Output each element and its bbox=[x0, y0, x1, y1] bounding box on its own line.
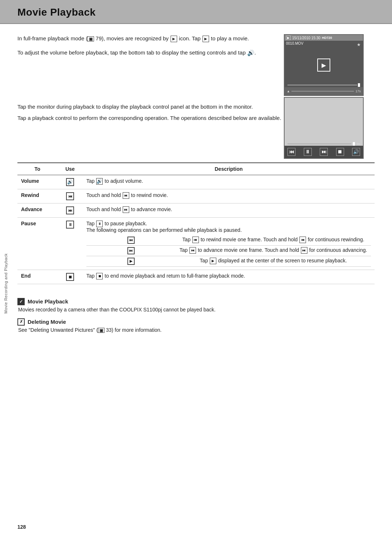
cell-to-volume: Volume bbox=[17, 175, 57, 189]
note-text-deleting-movie: See "Deleting Unwanted Pictures" (▣ 33) … bbox=[17, 327, 375, 333]
volume-use-icon: 🔊 bbox=[66, 178, 74, 186]
star-icon: ★ bbox=[357, 42, 361, 47]
playback-progress-row: 9s bbox=[287, 142, 360, 146]
pause-sub-row-play: ▶ Tap ▶ displayed at the center of the s… bbox=[86, 256, 371, 266]
cell-to-advance: Advance bbox=[17, 203, 57, 217]
pause-ctrl-icon[interactable]: ⏸ bbox=[304, 148, 312, 156]
col-header-description: Description bbox=[83, 163, 375, 175]
pb-progress-line bbox=[287, 144, 351, 144]
rew-ic2: ⏮ bbox=[299, 237, 306, 243]
pause-use-icon: ⏸ bbox=[66, 221, 74, 229]
page-number: 128 bbox=[17, 524, 26, 530]
adv-ic1: ⏭ bbox=[189, 247, 196, 254]
adv-ic2: ⏭ bbox=[301, 247, 307, 254]
stop-use-icon: ⏹ bbox=[66, 273, 74, 281]
intro-para1: In full-frame playback mode (▣ 79), movi… bbox=[17, 34, 273, 43]
table-row-end: End ⏹ Tap ⏹ to end movie playback and re… bbox=[17, 270, 375, 284]
intro-text: In full-frame playback mode (▣ 79), movi… bbox=[17, 34, 273, 63]
sidebar-label: Movie Recording and Playback bbox=[4, 254, 8, 313]
note-title-label: Movie Playback bbox=[28, 298, 68, 305]
note-deleting-movie: ✗ Deleting Movie See "Deleting Unwanted … bbox=[17, 318, 375, 333]
table-row-rewind: Rewind ⏮ Touch and hold ⏮ to rewind movi… bbox=[17, 189, 375, 203]
camera-screen-1: ▶ 15/11/2010 15:30 HD720 0010.MOV ★ ▶ ▲ … bbox=[284, 34, 364, 96]
cell-use-end: ⏹ bbox=[57, 270, 83, 284]
rewind-ctrl-icon[interactable]: ⏮ bbox=[287, 148, 295, 156]
cell-desc-end: Tap ⏹ to end movie playback and return t… bbox=[83, 270, 375, 284]
volume-ctrl-icon[interactable]: 🔊 bbox=[352, 148, 360, 156]
rewind-icon-inline: ⏮ bbox=[123, 192, 129, 199]
cell-to-rewind: Rewind bbox=[17, 189, 57, 203]
pause-sub-row-advance: ⏭ Tap ⏭ to advance movie one frame. Touc… bbox=[86, 245, 371, 256]
note-movie-playback: ✓ Movie Playback Movies recorded by a ca… bbox=[17, 298, 375, 313]
pause-sub-table: ⏮ Tap ⏮ to rewind movie one frame. Touch… bbox=[86, 235, 371, 267]
playback-screen: 9s ⏮ ⏸ ⏭ ⏹ 🔊 bbox=[284, 97, 364, 159]
cell-use-rewind: ⏮ bbox=[57, 189, 83, 203]
col-header-to: To bbox=[17, 163, 57, 175]
vol-icon-inline: 🔊 bbox=[96, 178, 103, 185]
note-title-deleting-label: Deleting Movie bbox=[28, 319, 66, 325]
pause-advance-icon: ⏭ bbox=[127, 247, 135, 254]
cell-desc-advance: Touch and hold ⏭ to advance movie. bbox=[83, 203, 375, 217]
top-section: In full-frame playback mode (▣ 79), movi… bbox=[17, 34, 375, 96]
cell-use-volume: 🔊 bbox=[57, 175, 83, 189]
pause-play-icon: ▶ bbox=[127, 258, 135, 265]
table-row-volume: Volume 🔊 Tap 🔊 to adjust volume. bbox=[17, 175, 375, 189]
cell-desc-rewind: Touch and hold ⏮ to rewind movie. bbox=[83, 189, 375, 203]
bottom-bar: ▲ 17s bbox=[285, 87, 363, 95]
table-row-pause: Pause ⏸ Tap ⏸ to pause playback. The fol… bbox=[17, 217, 375, 270]
page-header: Movie Playback bbox=[0, 0, 392, 24]
intro-para2: To adjust the volume before playback, ta… bbox=[17, 48, 273, 58]
main-table: To Use Description Volume 🔊 Tap 🔊 to adj… bbox=[17, 162, 375, 284]
forward-ctrl-icon[interactable]: ⏭ bbox=[320, 148, 328, 156]
stop-icon-inline: ⏹ bbox=[96, 273, 103, 279]
col-header-use: Use bbox=[57, 163, 83, 175]
rew-ic1: ⏮ bbox=[192, 237, 199, 243]
pause-advance-desc: Tap ⏭ to advance movie one frame. Touch … bbox=[176, 245, 371, 256]
progress-cursor bbox=[358, 83, 360, 87]
page-title: Movie Playback bbox=[17, 7, 375, 18]
cell-to-pause: Pause bbox=[17, 217, 57, 270]
advance-use-icon: ⏭ bbox=[66, 206, 74, 214]
cell-use-pause: ⏸ bbox=[57, 217, 83, 270]
check-icon: ✓ bbox=[17, 298, 25, 305]
cell-desc-pause: Tap ⏸ to pause playback. The following o… bbox=[83, 217, 375, 270]
note-title-movie-playback: ✓ Movie Playback bbox=[17, 298, 375, 305]
rewind-use-icon: ⏮ bbox=[66, 192, 74, 200]
cell-use-advance: ⏭ bbox=[57, 203, 83, 217]
table-header-row: To Use Description bbox=[17, 163, 375, 175]
pause-rewind-desc: Tap ⏮ to rewind movie one frame. Touch a… bbox=[176, 235, 371, 246]
table-row-advance: Advance ⏭ Touch and hold ⏭ to advance mo… bbox=[17, 203, 375, 217]
main-content: In full-frame playback mode (▣ 79), movi… bbox=[0, 24, 392, 343]
status-bar: ▶ 15/11/2010 15:30 HD720 bbox=[285, 35, 363, 41]
note-title-deleting-movie: ✗ Deleting Movie bbox=[17, 318, 375, 326]
notes-section: ✓ Movie Playback Movies recorded by a ca… bbox=[17, 298, 375, 333]
filename: 0010.MOV bbox=[286, 41, 303, 45]
cross-icon: ✗ bbox=[17, 318, 25, 326]
advance-icon-inline: ⏭ bbox=[123, 206, 129, 213]
stop-ctrl-icon[interactable]: ⏹ bbox=[336, 148, 344, 156]
top-image-col: ▶ 15/11/2010 15:30 HD720 0010.MOV ★ ▶ ▲ … bbox=[284, 34, 375, 96]
play-button[interactable]: ▶ bbox=[317, 59, 330, 72]
pause-rewind-icon: ⏮ bbox=[127, 237, 135, 244]
progress-line bbox=[287, 85, 357, 85]
pb-time: 9s bbox=[356, 142, 360, 146]
cell-desc-volume: Tap 🔊 to adjust volume. bbox=[83, 175, 375, 189]
note-text-movie-playback: Movies recorded by a camera other than t… bbox=[17, 307, 375, 313]
pause-play-desc: Tap ▶ displayed at the center of the scr… bbox=[176, 256, 371, 266]
play-controls-bar: ⏮ ⏸ ⏭ ⏹ 🔊 bbox=[285, 146, 363, 158]
pause-icon-desc: ⏸ bbox=[96, 221, 103, 227]
cell-to-end: End bbox=[17, 270, 57, 284]
progress-area bbox=[285, 83, 363, 87]
pb-cursor bbox=[353, 142, 355, 146]
pause-sub-row-rewind: ⏮ Tap ⏮ to rewind movie one frame. Touch… bbox=[86, 235, 371, 246]
play-ic1: ▶ bbox=[210, 258, 216, 264]
